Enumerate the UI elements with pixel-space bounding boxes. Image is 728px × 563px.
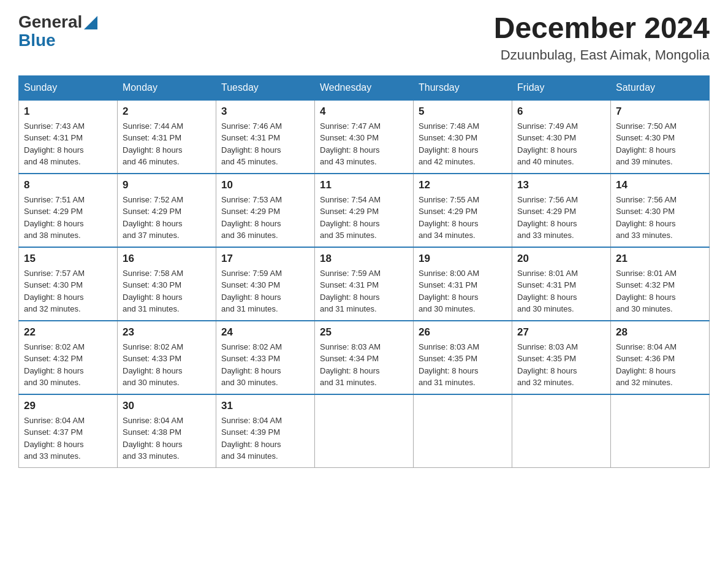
table-row: 31 Sunrise: 8:04 AM Sunset: 4:39 PM Dayl…: [216, 394, 315, 468]
table-row: 24 Sunrise: 8:02 AM Sunset: 4:33 PM Dayl…: [216, 321, 315, 394]
logo: General Blue: [18, 12, 97, 50]
day-number: 12: [419, 179, 507, 191]
table-row: 28 Sunrise: 8:04 AM Sunset: 4:36 PM Dayl…: [611, 321, 710, 394]
table-row: 12 Sunrise: 7:55 AM Sunset: 4:29 PM Dayl…: [414, 174, 512, 247]
day-info: Sunrise: 8:00 AM Sunset: 4:31 PM Dayligh…: [419, 267, 507, 315]
day-number: 17: [221, 253, 309, 265]
day-info: Sunrise: 7:57 AM Sunset: 4:30 PM Dayligh…: [24, 267, 112, 315]
table-row: 17 Sunrise: 7:59 AM Sunset: 4:30 PM Dayl…: [216, 247, 315, 321]
table-row: 22 Sunrise: 8:02 AM Sunset: 4:32 PM Dayl…: [19, 321, 118, 394]
day-info: Sunrise: 7:43 AM Sunset: 4:31 PM Dayligh…: [24, 120, 112, 168]
day-number: 4: [320, 105, 408, 118]
svg-marker-0: [84, 16, 97, 29]
col-wednesday: Wednesday: [315, 75, 414, 100]
day-number: 26: [419, 326, 507, 339]
day-number: 23: [123, 326, 211, 339]
day-info: Sunrise: 7:51 AM Sunset: 4:29 PM Dayligh…: [24, 194, 112, 242]
table-row: 14 Sunrise: 7:56 AM Sunset: 4:30 PM Dayl…: [611, 174, 710, 247]
location-title: Dzuunbulag, East Aimak, Mongolia: [494, 47, 710, 63]
day-info: Sunrise: 8:04 AM Sunset: 4:38 PM Dayligh…: [123, 415, 211, 462]
day-number: 7: [616, 105, 704, 118]
table-row: 26 Sunrise: 8:03 AM Sunset: 4:35 PM Dayl…: [414, 321, 512, 394]
table-row: 25 Sunrise: 8:03 AM Sunset: 4:34 PM Dayl…: [315, 321, 414, 394]
table-row: 16 Sunrise: 7:58 AM Sunset: 4:30 PM Dayl…: [118, 247, 216, 321]
page-header: General Blue December 2024 Dzuunbulag, E…: [18, 12, 710, 63]
table-row: 15 Sunrise: 7:57 AM Sunset: 4:30 PM Dayl…: [19, 247, 118, 321]
day-info: Sunrise: 7:59 AM Sunset: 4:30 PM Dayligh…: [221, 267, 309, 315]
table-row: 27 Sunrise: 8:03 AM Sunset: 4:35 PM Dayl…: [512, 321, 611, 394]
table-row: [315, 394, 414, 468]
day-info: Sunrise: 8:02 AM Sunset: 4:32 PM Dayligh…: [24, 341, 112, 389]
day-info: Sunrise: 7:47 AM Sunset: 4:30 PM Dayligh…: [320, 120, 408, 168]
table-row: 3 Sunrise: 7:46 AM Sunset: 4:31 PM Dayli…: [216, 100, 315, 174]
day-number: 1: [24, 105, 112, 118]
day-info: Sunrise: 7:55 AM Sunset: 4:29 PM Dayligh…: [419, 194, 507, 242]
day-info: Sunrise: 7:49 AM Sunset: 4:30 PM Dayligh…: [517, 120, 605, 168]
day-info: Sunrise: 7:48 AM Sunset: 4:30 PM Dayligh…: [419, 120, 507, 168]
day-info: Sunrise: 8:01 AM Sunset: 4:31 PM Dayligh…: [517, 267, 605, 315]
logo-general-text: General: [18, 12, 82, 32]
table-row: 9 Sunrise: 7:52 AM Sunset: 4:29 PM Dayli…: [118, 174, 216, 247]
calendar-table: Sunday Monday Tuesday Wednesday Thursday…: [18, 75, 710, 469]
day-info: Sunrise: 7:58 AM Sunset: 4:30 PM Dayligh…: [123, 267, 211, 315]
calendar-week-row: 8 Sunrise: 7:51 AM Sunset: 4:29 PM Dayli…: [19, 174, 710, 247]
day-number: 14: [616, 179, 704, 191]
table-row: 23 Sunrise: 8:02 AM Sunset: 4:33 PM Dayl…: [118, 321, 216, 394]
day-info: Sunrise: 7:54 AM Sunset: 4:29 PM Dayligh…: [320, 194, 408, 242]
day-info: Sunrise: 8:02 AM Sunset: 4:33 PM Dayligh…: [123, 341, 211, 389]
day-number: 20: [517, 253, 605, 265]
calendar-week-row: 1 Sunrise: 7:43 AM Sunset: 4:31 PM Dayli…: [19, 100, 710, 174]
col-saturday: Saturday: [611, 75, 710, 100]
day-number: 6: [517, 105, 605, 118]
day-number: 19: [419, 253, 507, 265]
day-number: 5: [419, 105, 507, 118]
table-row: 10 Sunrise: 7:53 AM Sunset: 4:29 PM Dayl…: [216, 174, 315, 247]
day-number: 24: [221, 326, 309, 339]
day-number: 11: [320, 179, 408, 191]
table-row: 18 Sunrise: 7:59 AM Sunset: 4:31 PM Dayl…: [315, 247, 414, 321]
day-info: Sunrise: 7:53 AM Sunset: 4:29 PM Dayligh…: [221, 194, 309, 242]
day-number: 28: [616, 326, 704, 339]
table-row: [611, 394, 710, 468]
table-row: [414, 394, 512, 468]
table-row: 7 Sunrise: 7:50 AM Sunset: 4:30 PM Dayli…: [611, 100, 710, 174]
day-info: Sunrise: 7:52 AM Sunset: 4:29 PM Dayligh…: [123, 194, 211, 242]
col-friday: Friday: [512, 75, 611, 100]
day-info: Sunrise: 8:02 AM Sunset: 4:33 PM Dayligh…: [221, 341, 309, 389]
day-number: 15: [24, 253, 112, 265]
day-number: 16: [123, 253, 211, 265]
title-section: December 2024 Dzuunbulag, East Aimak, Mo…: [494, 12, 710, 63]
day-number: 29: [24, 400, 112, 412]
calendar-week-row: 22 Sunrise: 8:02 AM Sunset: 4:32 PM Dayl…: [19, 321, 710, 394]
header-row: Sunday Monday Tuesday Wednesday Thursday…: [19, 75, 710, 100]
day-number: 21: [616, 253, 704, 265]
day-number: 8: [24, 179, 112, 191]
day-info: Sunrise: 7:46 AM Sunset: 4:31 PM Dayligh…: [221, 120, 309, 168]
month-title: December 2024: [494, 12, 710, 45]
day-number: 25: [320, 326, 408, 339]
table-row: 19 Sunrise: 8:00 AM Sunset: 4:31 PM Dayl…: [414, 247, 512, 321]
table-row: 6 Sunrise: 7:49 AM Sunset: 4:30 PM Dayli…: [512, 100, 611, 174]
table-row: 11 Sunrise: 7:54 AM Sunset: 4:29 PM Dayl…: [315, 174, 414, 247]
calendar-week-row: 15 Sunrise: 7:57 AM Sunset: 4:30 PM Dayl…: [19, 247, 710, 321]
table-row: 21 Sunrise: 8:01 AM Sunset: 4:32 PM Dayl…: [611, 247, 710, 321]
day-info: Sunrise: 8:04 AM Sunset: 4:37 PM Dayligh…: [24, 415, 112, 462]
table-row: 1 Sunrise: 7:43 AM Sunset: 4:31 PM Dayli…: [19, 100, 118, 174]
table-row: 4 Sunrise: 7:47 AM Sunset: 4:30 PM Dayli…: [315, 100, 414, 174]
day-info: Sunrise: 8:03 AM Sunset: 4:34 PM Dayligh…: [320, 341, 408, 389]
day-info: Sunrise: 7:59 AM Sunset: 4:31 PM Dayligh…: [320, 267, 408, 315]
logo-triangle-icon: [84, 16, 97, 29]
day-info: Sunrise: 7:44 AM Sunset: 4:31 PM Dayligh…: [123, 120, 211, 168]
calendar-week-row: 29 Sunrise: 8:04 AM Sunset: 4:37 PM Dayl…: [19, 394, 710, 468]
day-number: 27: [517, 326, 605, 339]
day-number: 9: [123, 179, 211, 191]
day-info: Sunrise: 8:03 AM Sunset: 4:35 PM Dayligh…: [517, 341, 605, 389]
col-monday: Monday: [118, 75, 216, 100]
day-number: 22: [24, 326, 112, 339]
col-sunday: Sunday: [19, 75, 118, 100]
calendar-body: 1 Sunrise: 7:43 AM Sunset: 4:31 PM Dayli…: [19, 100, 710, 468]
col-thursday: Thursday: [414, 75, 512, 100]
calendar-header: Sunday Monday Tuesday Wednesday Thursday…: [19, 75, 710, 100]
day-info: Sunrise: 7:50 AM Sunset: 4:30 PM Dayligh…: [616, 120, 704, 168]
table-row: 29 Sunrise: 8:04 AM Sunset: 4:37 PM Dayl…: [19, 394, 118, 468]
